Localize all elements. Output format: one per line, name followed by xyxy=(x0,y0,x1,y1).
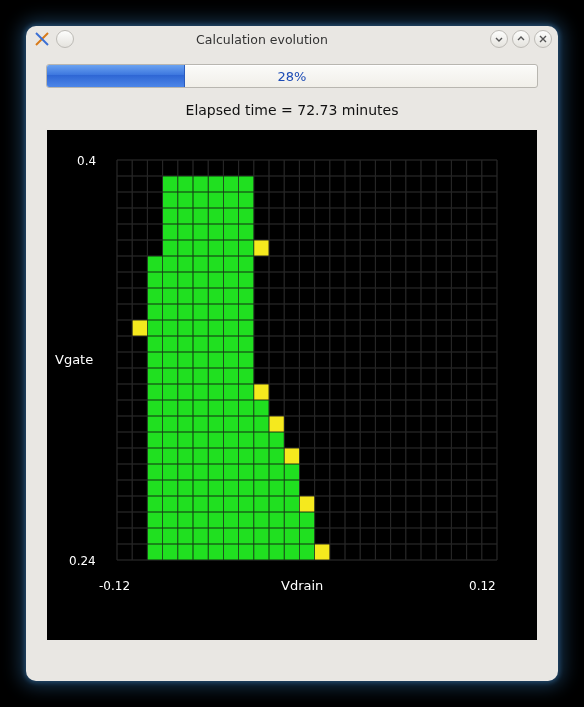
svg-rect-82 xyxy=(224,512,239,527)
svg-rect-244 xyxy=(239,192,254,207)
svg-rect-240 xyxy=(178,192,193,207)
svg-rect-119 xyxy=(148,448,163,463)
svg-rect-140 xyxy=(178,416,193,431)
svg-rect-217 xyxy=(209,256,224,271)
svg-rect-227 xyxy=(163,224,178,239)
svg-rect-100 xyxy=(163,480,178,495)
svg-rect-155 xyxy=(148,384,163,399)
svg-rect-211 xyxy=(224,272,239,287)
svg-rect-87 xyxy=(300,512,315,527)
svg-rect-145 xyxy=(254,416,269,431)
svg-rect-91 xyxy=(193,496,208,511)
svg-rect-64 xyxy=(300,544,315,559)
window-menu-button[interactable] xyxy=(56,30,74,48)
svg-rect-59 xyxy=(224,544,239,559)
svg-rect-86 xyxy=(285,512,300,527)
svg-rect-167 xyxy=(209,368,224,383)
elapsed-time-label: Elapsed time = 72.73 minutes xyxy=(46,102,538,118)
svg-rect-163 xyxy=(148,368,163,383)
svg-rect-206 xyxy=(148,272,163,287)
svg-rect-113 xyxy=(209,464,224,479)
svg-rect-92 xyxy=(209,496,224,511)
svg-rect-176 xyxy=(239,352,254,367)
svg-rect-192 xyxy=(148,304,163,319)
svg-rect-110 xyxy=(163,464,178,479)
svg-rect-55 xyxy=(163,544,178,559)
svg-rect-63 xyxy=(285,544,300,559)
svg-rect-233 xyxy=(163,208,178,223)
svg-rect-132 xyxy=(193,432,208,447)
svg-rect-201 xyxy=(178,288,193,303)
svg-rect-199 xyxy=(148,288,163,303)
progress-label: 28% xyxy=(47,65,537,87)
svg-rect-111 xyxy=(178,464,193,479)
svg-rect-184 xyxy=(148,320,163,335)
svg-rect-175 xyxy=(224,352,239,367)
svg-rect-214 xyxy=(163,256,178,271)
svg-rect-130 xyxy=(163,432,178,447)
svg-rect-123 xyxy=(209,448,224,463)
svg-rect-154 xyxy=(254,400,269,415)
svg-rect-234 xyxy=(178,208,193,223)
svg-rect-150 xyxy=(193,400,208,415)
svg-rect-188 xyxy=(209,320,224,335)
svg-rect-213 xyxy=(148,256,163,271)
svg-rect-58 xyxy=(209,544,224,559)
svg-rect-249 xyxy=(224,176,239,191)
svg-rect-200 xyxy=(163,288,178,303)
svg-rect-160 xyxy=(224,384,239,399)
svg-rect-236 xyxy=(209,208,224,223)
svg-rect-126 xyxy=(254,448,269,463)
svg-rect-190 xyxy=(239,320,254,335)
svg-rect-133 xyxy=(209,432,224,447)
svg-rect-183 xyxy=(239,336,254,351)
svg-rect-230 xyxy=(209,224,224,239)
svg-rect-74 xyxy=(269,528,284,543)
svg-rect-222 xyxy=(193,240,208,255)
svg-rect-124 xyxy=(224,448,239,463)
svg-rect-60 xyxy=(239,544,254,559)
svg-rect-103 xyxy=(209,480,224,495)
svg-rect-153 xyxy=(239,400,254,415)
svg-text:Vgate: Vgate xyxy=(55,352,93,367)
svg-rect-243 xyxy=(224,192,239,207)
svg-rect-121 xyxy=(178,448,193,463)
svg-rect-245 xyxy=(163,176,178,191)
svg-rect-196 xyxy=(209,304,224,319)
svg-rect-122 xyxy=(193,448,208,463)
svg-rect-238 xyxy=(239,208,254,223)
maximize-button[interactable] xyxy=(512,30,530,48)
svg-rect-168 xyxy=(224,368,239,383)
svg-text:0.24: 0.24 xyxy=(69,554,96,568)
svg-rect-232 xyxy=(239,224,254,239)
svg-rect-197 xyxy=(224,304,239,319)
svg-rect-161 xyxy=(239,384,254,399)
svg-text:0.4: 0.4 xyxy=(77,154,96,168)
svg-rect-114 xyxy=(224,464,239,479)
svg-rect-84 xyxy=(254,512,269,527)
svg-rect-226 xyxy=(254,240,269,255)
svg-rect-96 xyxy=(269,496,284,511)
svg-rect-65 xyxy=(315,544,330,559)
svg-rect-208 xyxy=(178,272,193,287)
close-button[interactable] xyxy=(534,30,552,48)
svg-rect-178 xyxy=(163,336,178,351)
svg-rect-218 xyxy=(224,256,239,271)
svg-rect-193 xyxy=(163,304,178,319)
svg-rect-66 xyxy=(148,528,163,543)
svg-rect-125 xyxy=(239,448,254,463)
svg-rect-237 xyxy=(224,208,239,223)
svg-rect-144 xyxy=(239,416,254,431)
svg-rect-62 xyxy=(269,544,284,559)
svg-rect-247 xyxy=(193,176,208,191)
svg-rect-107 xyxy=(269,480,284,495)
svg-rect-185 xyxy=(163,320,178,335)
minimize-button[interactable] xyxy=(490,30,508,48)
svg-rect-187 xyxy=(193,320,208,335)
svg-rect-171 xyxy=(163,352,178,367)
svg-rect-235 xyxy=(193,208,208,223)
svg-rect-89 xyxy=(163,496,178,511)
svg-rect-246 xyxy=(178,176,193,191)
svg-rect-194 xyxy=(178,304,193,319)
svg-rect-88 xyxy=(148,496,163,511)
